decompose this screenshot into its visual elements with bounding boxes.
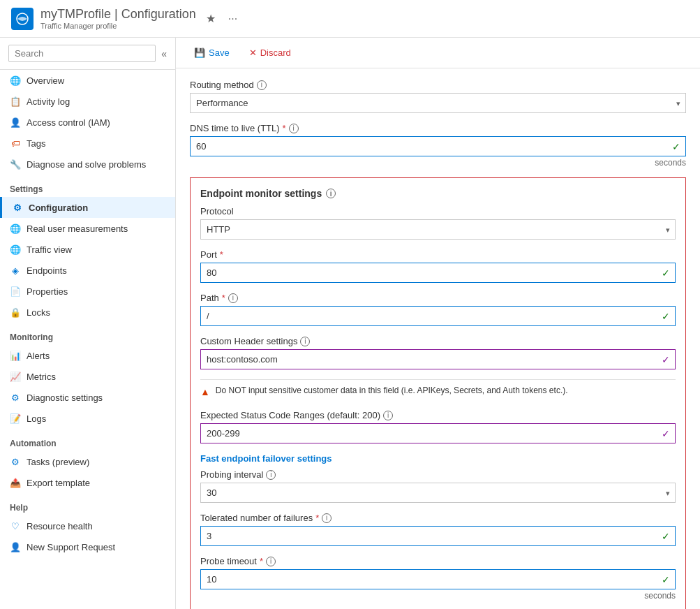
sidebar-label-diagnose: Diagnose and solve problems — [27, 159, 146, 170]
tasks-icon: ⚙ — [10, 456, 21, 467]
support-icon: 👤 — [10, 541, 21, 552]
sidebar-item-support[interactable]: 👤 New Support Request — [0, 536, 175, 557]
save-label: Save — [209, 47, 230, 58]
app-name: myTMProfile — [40, 7, 111, 21]
sidebar-label-activity-log: Activity log — [27, 96, 70, 107]
warning-row: ▲ Do NOT input sensitive customer data i… — [200, 379, 676, 403]
tolerated-failures-label: Tolerated number of failures — [200, 513, 313, 523]
probing-interval-select[interactable]: 30 — [200, 483, 676, 503]
custom-header-select[interactable]: host:contoso.com — [200, 349, 676, 369]
tolerated-failures-info-icon[interactable]: i — [322, 513, 332, 523]
dns-ttl-info-icon[interactable]: i — [289, 124, 299, 133]
probe-timeout-label: Probe timeout — [200, 556, 257, 566]
globe-icon: 🌐 — [10, 75, 21, 86]
expected-status-info-icon[interactable]: i — [383, 411, 393, 420]
probing-interval-info-icon[interactable]: i — [266, 470, 276, 480]
sidebar-label-tasks: Tasks (preview) — [27, 457, 89, 467]
sidebar-item-overview[interactable]: 🌐 Overview — [0, 70, 175, 91]
custom-header-info-icon[interactable]: i — [300, 337, 310, 346]
settings-section-label: Settings — [0, 175, 175, 197]
sidebar-label-traffic-view: Traffic view — [27, 244, 72, 255]
tolerated-failures-required: * — [315, 513, 319, 523]
sidebar-item-diagnose[interactable]: 🔧 Diagnose and solve problems — [0, 154, 175, 175]
probe-timeout-info-icon[interactable]: i — [266, 557, 276, 566]
sidebar-label-locks: Locks — [27, 307, 50, 318]
sidebar-item-alerts[interactable]: 📊 Alerts — [0, 345, 175, 366]
expected-status-field: Expected Status Code Ranges (default: 20… — [200, 410, 676, 443]
dns-ttl-select[interactable]: 60 — [190, 136, 686, 156]
save-button[interactable]: 💾 Save — [190, 45, 234, 61]
subtitle: Traffic Manager profile — [40, 22, 196, 30]
endpoint-monitor-section: Endpoint monitor settings i Protocol HTT… — [190, 177, 686, 609]
probe-timeout-select[interactable]: 10 — [200, 569, 676, 589]
dns-ttl-suffix: seconds — [190, 158, 686, 168]
sidebar-label-endpoints: Endpoints — [27, 265, 67, 276]
sidebar-item-export[interactable]: 📤 Export template — [0, 472, 175, 493]
sidebar-label-diagnostic: Diagnostic settings — [27, 392, 103, 403]
tolerated-failures-select[interactable]: 3 — [200, 526, 676, 546]
sidebar-item-activity-log[interactable]: 📋 Activity log — [0, 91, 175, 112]
protocol-select[interactable]: HTTP — [200, 219, 676, 240]
sidebar-item-metrics[interactable]: 📈 Metrics — [0, 366, 175, 387]
expected-status-label: Expected Status Code Ranges (default: 20… — [200, 410, 380, 420]
expected-status-select[interactable]: 200-299 — [200, 423, 676, 443]
sidebar-item-tags[interactable]: 🏷 Tags — [0, 133, 175, 154]
traffic-icon: 🌐 — [10, 244, 21, 255]
sidebar-item-resource-health[interactable]: ♡ Resource health — [0, 515, 175, 536]
sidebar-item-logs[interactable]: 📝 Logs — [0, 408, 175, 429]
dns-ttl-label: DNS time to live (TTL) — [190, 123, 280, 133]
sidebar-item-traffic-view[interactable]: 🌐 Traffic view — [0, 239, 175, 260]
logs-icon: 📝 — [10, 413, 21, 424]
protocol-field: Protocol HTTP ▾ — [200, 206, 676, 240]
main-content: 💾 Save ✕ Discard Routing method i Perfor… — [176, 38, 700, 609]
probe-timeout-suffix: seconds — [200, 591, 676, 601]
sidebar-label-alerts: Alerts — [27, 351, 50, 361]
routing-method-field: Routing method i Performance ▾ — [190, 80, 686, 113]
routing-method-select[interactable]: Performance — [190, 93, 686, 113]
tag-icon: 🏷 — [10, 138, 21, 149]
sidebar-item-endpoints[interactable]: ◈ Endpoints — [0, 260, 175, 281]
endpoint-monitor-info-icon[interactable]: i — [326, 189, 336, 198]
sidebar-label-tags: Tags — [27, 138, 45, 149]
sidebar-label-export: Export template — [27, 478, 90, 488]
wrench-icon: 🔧 — [10, 159, 21, 170]
sidebar-label-real-user: Real user measurements — [27, 223, 128, 234]
dns-ttl-field: DNS time to live (TTL) * i 60 ✓ seconds — [190, 123, 686, 168]
sidebar-item-access-control[interactable]: 👤 Access control (IAM) — [0, 112, 175, 133]
lock-icon: 🔒 — [10, 307, 21, 318]
sidebar-label-configuration: Configuration — [29, 203, 88, 213]
path-select[interactable]: / — [200, 306, 676, 326]
sidebar-item-tasks[interactable]: ⚙ Tasks (preview) — [0, 451, 175, 472]
more-options-button[interactable]: ··· — [225, 11, 240, 27]
custom-header-field: Custom Header settings i host:contoso.co… — [200, 336, 676, 369]
path-info-icon[interactable]: i — [228, 293, 238, 303]
port-select[interactable]: 80 — [200, 263, 676, 283]
sidebar-item-real-user[interactable]: 🌐 Real user measurements — [0, 218, 175, 239]
sidebar-item-locks[interactable]: 🔒 Locks — [0, 302, 175, 323]
endpoint-icon: ◈ — [10, 265, 21, 276]
sidebar-item-diagnostic[interactable]: ⚙ Diagnostic settings — [0, 387, 175, 408]
heart-icon: ♡ — [10, 520, 21, 531]
probe-timeout-required: * — [260, 556, 263, 566]
warning-triangle-icon: ▲ — [200, 386, 210, 397]
port-label: Port — [200, 249, 217, 260]
routing-method-info-icon[interactable]: i — [257, 80, 267, 90]
sidebar-label-overview: Overview — [27, 75, 64, 86]
monitoring-section-label: Monitoring — [0, 323, 175, 345]
collapse-button[interactable]: « — [161, 48, 167, 59]
port-field: Port * 80 ✓ — [200, 249, 676, 283]
probe-timeout-field: Probe timeout * i 10 ✓ seconds — [200, 556, 676, 601]
sidebar-item-properties[interactable]: 📄 Properties — [0, 281, 175, 302]
search-input[interactable] — [8, 45, 156, 62]
favorite-button[interactable]: ★ — [203, 10, 218, 27]
discard-button[interactable]: ✕ Discard — [245, 45, 295, 61]
sidebar-item-configuration[interactable]: ⚙ Configuration — [0, 197, 175, 218]
sidebar: « 🌐 Overview 📋 Activity log 👤 Access con… — [0, 38, 176, 609]
save-icon: 💾 — [194, 47, 205, 58]
sidebar-label-metrics: Metrics — [27, 372, 56, 382]
custom-header-label: Custom Header settings — [200, 336, 297, 346]
sidebar-label-logs: Logs — [27, 413, 46, 424]
export-icon: 📤 — [10, 477, 21, 488]
path-label: Path — [200, 293, 219, 303]
title-separator: | — [114, 7, 121, 21]
